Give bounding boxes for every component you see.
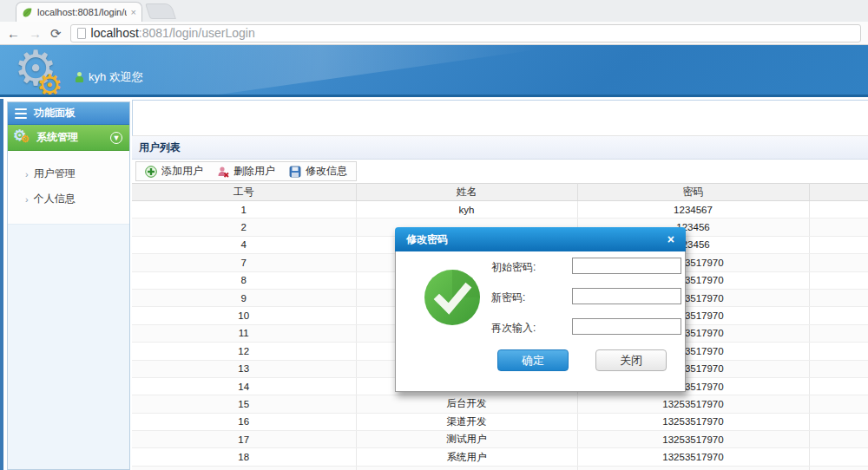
- column-header-name[interactable]: 姓名: [356, 184, 577, 201]
- table-cell: 18: [132, 448, 356, 466]
- table-cell: 系统用户: [356, 448, 577, 466]
- greeting-text: kyh 欢迎您: [89, 69, 143, 85]
- dialog-buttons: 确定 关闭: [396, 349, 685, 372]
- sidebar-item-personal-info[interactable]: › 个人信息: [8, 186, 129, 212]
- toolbar: 添加用户 删除用户: [132, 160, 868, 183]
- sidebar-group-label: 系统管理: [36, 130, 104, 145]
- edit-info-button[interactable]: 修改信息: [289, 164, 347, 179]
- sidebar-item-label: 个人信息: [34, 192, 76, 206]
- new-password-input[interactable]: [572, 288, 681, 304]
- menu-list-icon: [15, 108, 27, 119]
- page-body: 功能面板 ⚙⚙ 系统管理 ▼ › 用户管理 › 个人信息: [0, 97, 868, 470]
- user-greeting: kyh 欢迎您: [75, 69, 143, 85]
- table-row[interactable]: 18系统用户13253517970: [132, 448, 868, 466]
- sidebar: 功能面板 ⚙⚙ 系统管理 ▼ › 用户管理 › 个人信息: [7, 101, 130, 470]
- add-user-button[interactable]: 添加用户: [145, 164, 203, 179]
- close-button[interactable]: 关闭: [595, 349, 667, 371]
- add-user-icon: [145, 166, 157, 178]
- left-edge-stripe: [0, 99, 3, 470]
- dialog-title: 修改密码: [406, 232, 448, 247]
- table-cell: 1234567: [577, 201, 809, 219]
- browser-url-bar: ← → ⟳ localhost:8081/login/userLogin: [0, 22, 868, 45]
- panel-title: 用户列表: [139, 140, 181, 155]
- sidebar-panel-title: 功能面板: [34, 106, 76, 121]
- dialog-body: 初始密码: 新密码: 再次输入: 确定 关闭: [395, 251, 686, 392]
- sidebar-item-label: 用户管理: [34, 166, 76, 181]
- table-cell: 1: [132, 201, 356, 219]
- chevron-down-icon[interactable]: ▼: [110, 132, 122, 144]
- sidebar-item-user-management[interactable]: › 用户管理: [8, 161, 129, 186]
- table-cell: [577, 466, 809, 470]
- url-path: :8081/login/userLogin: [139, 26, 255, 40]
- table-cell: [809, 343, 868, 360]
- table-cell: 7: [132, 254, 356, 271]
- table-header-row: 工号 姓名 密码: [132, 184, 868, 201]
- browser-tab[interactable]: localhost:8081/login/us ×: [16, 2, 142, 22]
- table-cell: 13253517970: [577, 431, 809, 448]
- new-password-label: 新密码:: [491, 290, 525, 305]
- table-cell: 13253517970: [577, 413, 809, 430]
- table-cell: 渠道开发: [356, 413, 577, 430]
- confirm-password-input[interactable]: [572, 318, 681, 335]
- table-cell: 11: [132, 324, 356, 342]
- table-cell: 8: [132, 271, 356, 289]
- initial-password-label: 初始密码:: [491, 260, 536, 275]
- table-row[interactable]: 17测试用户13253517970: [132, 431, 868, 448]
- delete-user-icon: [217, 166, 229, 178]
- table-row[interactable]: [132, 466, 868, 470]
- column-header-password[interactable]: 密码: [577, 184, 809, 201]
- table-cell: 9: [132, 289, 356, 306]
- forward-icon[interactable]: →: [29, 27, 42, 40]
- sidebar-panel-header: 功能面板: [8, 102, 129, 125]
- table-cell: 后台开发: [356, 395, 577, 413]
- sidebar-group-system-management[interactable]: ⚙⚙ 系统管理 ▼: [8, 125, 129, 151]
- page-icon: [77, 28, 86, 39]
- table-row[interactable]: 15后台开发13253517970: [132, 395, 868, 413]
- app-header-banner: ⚙ ⚙ kyh 欢迎您: [0, 45, 868, 97]
- table-cell: [809, 413, 868, 430]
- table-cell: 13253517970: [577, 448, 809, 466]
- table-cell: [809, 289, 868, 306]
- table-row[interactable]: 1kyh1234567: [132, 201, 868, 219]
- table-row[interactable]: 16渠道开发13253517970: [132, 413, 868, 430]
- refresh-icon[interactable]: ⟳: [50, 27, 62, 40]
- dialog-close-icon[interactable]: ×: [667, 233, 674, 245]
- url-text: localhost:8081/login/userLogin: [91, 26, 255, 40]
- initial-password-row: 初始密码:: [396, 258, 685, 275]
- table-cell: [809, 360, 868, 377]
- delete-user-button[interactable]: 删除用户: [217, 164, 275, 179]
- table-cell: [809, 466, 868, 470]
- user-list-panel-header: 用户列表: [132, 136, 868, 160]
- table-cell: [809, 395, 868, 413]
- change-password-dialog: 修改密码 × 初始密码:: [395, 227, 686, 392]
- table-cell: 4: [132, 236, 356, 253]
- new-tab-button[interactable]: [145, 3, 176, 19]
- table-cell: [809, 307, 868, 324]
- confirm-password-row: 再次输入:: [396, 318, 685, 336]
- user-icon: [75, 72, 84, 82]
- table-cell: [809, 324, 868, 342]
- address-input[interactable]: localhost:8081/login/userLogin: [70, 24, 861, 42]
- table-cell: [809, 236, 868, 253]
- confirm-button[interactable]: 确定: [497, 349, 569, 371]
- column-header-empty: [809, 184, 868, 201]
- gears-icon: ⚙⚙: [15, 130, 30, 146]
- dialog-title-bar[interactable]: 修改密码 ×: [395, 227, 686, 251]
- table-cell: 14: [132, 377, 356, 395]
- toolbar-button-group: 添加用户 删除用户: [135, 161, 357, 181]
- table-cell: 测试用户: [356, 431, 577, 448]
- table-cell: 13253517970: [577, 395, 809, 413]
- table-cell: 16: [132, 413, 356, 430]
- table-cell: [809, 254, 868, 271]
- column-header-id[interactable]: 工号: [132, 184, 356, 201]
- table-cell: [356, 466, 577, 470]
- table-cell: [809, 431, 868, 448]
- screen: localhost:8081/login/us × ← → ⟳ localhos…: [0, 0, 868, 470]
- table-cell: [809, 201, 868, 219]
- initial-password-input[interactable]: [572, 258, 681, 274]
- tab-title: localhost:8081/login/us: [37, 7, 127, 17]
- tab-close-icon[interactable]: ×: [131, 7, 136, 17]
- logo-small-gear-icon: ⚙: [36, 68, 62, 97]
- table-cell: [809, 219, 868, 236]
- back-icon[interactable]: ←: [7, 27, 20, 40]
